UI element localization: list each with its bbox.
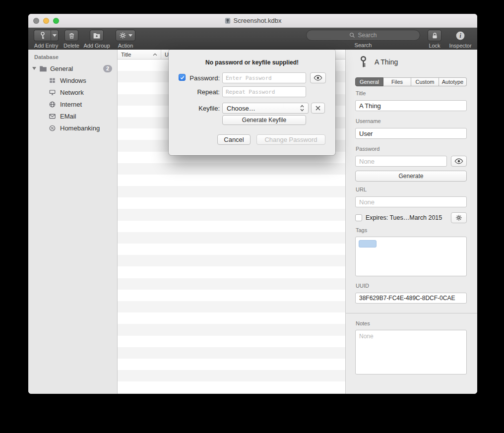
search-group: Search Search (306, 30, 420, 48)
sidebar-group-general[interactable]: General 2 (28, 62, 117, 74)
add-entry-group: Add Entry (32, 30, 60, 49)
expires-checkbox[interactable] (355, 214, 362, 221)
expires-label: Expires: Tues…March 2015 (366, 214, 442, 221)
list-row[interactable] (118, 163, 345, 175)
tab-autotype[interactable]: Autotype (439, 77, 467, 86)
list-row[interactable] (118, 197, 345, 209)
dialog-password-input[interactable] (222, 72, 306, 83)
dialog-keyfile-label: Keyfile: (180, 105, 220, 112)
dialog-password-label: Password: (180, 74, 220, 82)
url-field-label: URL (356, 186, 367, 192)
dialog-repeat-input[interactable] (222, 86, 306, 97)
sidebar: Database General 2 Windows Network (28, 50, 118, 394)
search-input[interactable]: Search (306, 30, 420, 41)
list-row[interactable] (118, 255, 345, 266)
keyfile-popup-value: Choose… (227, 105, 255, 112)
list-row[interactable] (118, 370, 345, 381)
list-row[interactable] (118, 244, 345, 255)
sidebar-item-email[interactable]: EMail (28, 110, 117, 122)
sidebar-item-homebanking[interactable]: Homebanking (28, 122, 117, 134)
password-field[interactable] (355, 156, 447, 167)
column-header-title[interactable]: Title (118, 50, 161, 59)
list-row[interactable] (118, 278, 345, 290)
sidebar-item-label: Network (60, 89, 84, 96)
search-icon (349, 32, 355, 38)
close-button[interactable] (33, 18, 39, 24)
list-row[interactable] (118, 266, 345, 278)
entry-count-badge: 2 (103, 65, 112, 72)
sidebar-item-windows[interactable]: Windows (28, 74, 117, 86)
list-row[interactable] (118, 324, 345, 335)
list-row[interactable] (118, 186, 345, 197)
list-row[interactable] (118, 301, 345, 312)
list-row[interactable] (118, 209, 345, 220)
password-field-label: Password (356, 146, 379, 152)
title-bar: Screenshot.kdbx (28, 14, 477, 28)
list-row[interactable] (118, 221, 345, 232)
sidebar-item-label: Internet (60, 101, 82, 108)
reveal-password-button[interactable] (451, 156, 467, 167)
sidebar-item-network[interactable]: Network (28, 86, 117, 98)
gear-icon (119, 32, 126, 39)
delete-group: Delete (62, 30, 81, 49)
lock-button[interactable] (428, 30, 441, 41)
tags-box[interactable] (355, 237, 467, 276)
change-password-button[interactable]: Change Password (256, 134, 325, 145)
url-field[interactable] (355, 196, 467, 207)
traffic-lights (33, 18, 59, 24)
list-row[interactable] (118, 336, 345, 347)
tab-label: Files (391, 79, 403, 85)
minimize-button[interactable] (43, 18, 49, 24)
uuid-field[interactable] (355, 293, 467, 304)
zoom-button[interactable] (53, 18, 59, 24)
delete-button[interactable] (64, 30, 78, 41)
tab-general[interactable]: General (355, 77, 383, 86)
list-row[interactable] (118, 347, 345, 359)
lock-icon (431, 32, 439, 40)
generate-password-button[interactable]: Generate (355, 171, 467, 182)
entry-title: A Thing (375, 58, 398, 66)
app-window: Screenshot.kdbx Add Entry (28, 14, 477, 394)
expires-settings-button[interactable] (451, 212, 467, 223)
tab-label: General (360, 79, 379, 85)
title-field[interactable] (355, 100, 467, 111)
dialog-repeat-label: Repeat: (180, 88, 220, 96)
sidebar-header: Database (28, 50, 117, 62)
username-field[interactable] (355, 128, 467, 139)
add-group-label: Add Group (83, 43, 110, 49)
inspector-toggle-group: i Inspector (447, 30, 473, 49)
tab-files[interactable]: Files (383, 77, 411, 86)
inspector-panel: A Thing General Files Custom Autotype Ti… (345, 50, 477, 394)
dialog-reveal-password-button[interactable] (310, 72, 326, 83)
generate-keyfile-button[interactable]: Generate Keyfile (222, 115, 306, 125)
action-button[interactable] (116, 30, 135, 41)
clear-keyfile-button[interactable] (311, 103, 325, 114)
tab-custom[interactable]: Custom (411, 77, 439, 86)
add-entry-button[interactable] (34, 30, 51, 41)
inspector-label: Inspector (449, 43, 471, 49)
inspector-button[interactable]: i (454, 30, 466, 41)
action-group: Action (114, 30, 137, 49)
add-entry-label: Add Entry (34, 43, 58, 49)
windows-icon (48, 76, 56, 84)
list-row[interactable] (118, 381, 345, 393)
inspector-tabs: General Files Custom Autotype (355, 77, 467, 86)
info-icon: i (455, 31, 465, 41)
keyfile-popup-button[interactable]: Choose… (222, 103, 309, 114)
notes-textarea[interactable] (355, 330, 467, 374)
cancel-button[interactable]: Cancel (217, 134, 251, 145)
folder-icon (39, 64, 47, 72)
add-entry-dropdown-button[interactable] (51, 30, 59, 41)
list-row[interactable] (118, 175, 345, 186)
list-row[interactable] (118, 393, 345, 394)
list-row[interactable] (118, 232, 345, 244)
tag-token[interactable] (359, 240, 377, 247)
list-row[interactable] (118, 359, 345, 370)
entry-title-row: A Thing (359, 56, 398, 68)
disclosure-triangle-icon[interactable] (32, 67, 36, 70)
sidebar-item-internet[interactable]: Internet (28, 98, 117, 110)
add-group-group: Add Group (82, 30, 112, 49)
list-row[interactable] (118, 312, 345, 324)
add-group-button[interactable] (90, 30, 104, 41)
list-row[interactable] (118, 290, 345, 301)
